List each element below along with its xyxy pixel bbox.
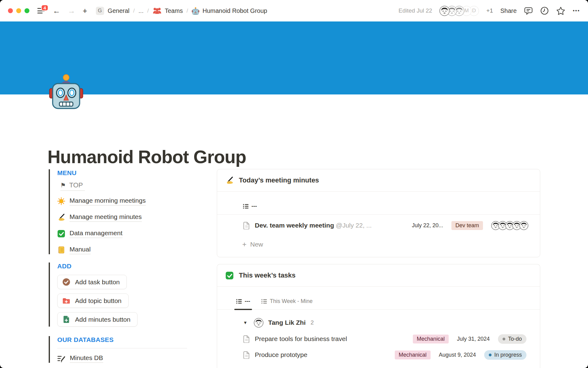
breadcrumb-teams[interactable]: Teams — [153, 7, 183, 15]
meeting-row[interactable]: Dev. team weekly meeting @July 22, ... J… — [217, 215, 540, 236]
list-view-icon — [236, 298, 242, 304]
share-button[interactable]: Share — [500, 7, 517, 14]
breadcrumb-separator: / — [133, 7, 135, 14]
menu-link-data-management[interactable]: Data management — [57, 229, 146, 238]
task-row[interactable]: Produce prototype Mechanical August 9, 2… — [217, 347, 540, 362]
ledger-icon — [57, 246, 65, 254]
flag-icon: ⚑ — [60, 182, 66, 189]
task-check-icon — [62, 278, 70, 286]
task-properties: Mechanical August 9, 2024 In progress — [395, 350, 526, 360]
menu-link-manual[interactable]: Manual — [57, 246, 146, 254]
sun-icon — [57, 197, 65, 205]
menu-links: Manage morning meetings Manage meeting m… — [57, 197, 146, 254]
group-task-count: 2 — [311, 319, 314, 326]
task-row[interactable]: Prepare tools for business travel Mechan… — [217, 331, 540, 347]
new-tab-icon[interactable]: + — [83, 7, 87, 15]
top-anchor-link[interactable]: ⚑ TOP — [60, 181, 85, 191]
favorite-star-icon[interactable] — [556, 6, 565, 15]
list-view-icon — [243, 203, 249, 209]
menu-link-morning-meetings[interactable]: Manage morning meetings — [57, 197, 146, 205]
edited-timestamp: Edited Jul 22 — [398, 7, 432, 14]
close-window-button[interactable] — [8, 8, 13, 13]
breadcrumb-general[interactable]: General — [108, 7, 130, 14]
view-tabs: --- — [217, 192, 540, 215]
plus-icon: + — [242, 240, 247, 249]
page-icon — [243, 221, 250, 229]
presence-avatars[interactable]: M D — [439, 6, 479, 16]
zoom-window-button[interactable] — [24, 8, 29, 13]
minimize-window-button[interactable] — [16, 8, 21, 13]
card-header: Today’s meeting minutes — [217, 169, 540, 192]
status-dot — [503, 338, 505, 340]
add-minutes-button[interactable]: Add minutes button — [57, 312, 138, 327]
assignee-group-row: ▼ Tang Lik Zhi 2 — [217, 314, 540, 331]
breadcrumb-collapsed[interactable]: ... — [138, 7, 144, 14]
add-heading: ADD — [57, 263, 138, 270]
breadcrumb-separator: / — [187, 7, 188, 14]
card-title: Today’s meeting minutes — [239, 176, 319, 184]
meeting-title: Dev. team weekly meeting @July 22, ... — [255, 222, 372, 229]
breadcrumb-current-page[interactable]: Humanoid Robot Group — [192, 7, 267, 15]
writing-hand-icon — [57, 213, 65, 221]
teams-people-icon — [153, 7, 162, 15]
minutes-db-link[interactable]: Minutes DB — [57, 354, 187, 363]
view-tab-all[interactable]: --- — [236, 298, 250, 305]
avatar — [439, 6, 450, 16]
add-topic-button[interactable]: Add topic button — [57, 293, 129, 308]
history-clock-icon[interactable] — [540, 6, 549, 15]
menu-heading: MENU — [57, 169, 146, 177]
databases-heading: OUR DATABASES — [57, 336, 187, 343]
collapse-triangle-icon[interactable]: ▼ — [243, 320, 247, 325]
view-tab-this-week-mine[interactable]: This Week - Mine — [261, 298, 313, 305]
status-badge: In progress — [484, 350, 526, 360]
category-tag: Mechanical — [413, 335, 449, 343]
due-date: August 9, 2024 — [439, 352, 476, 358]
check-icon — [57, 230, 65, 238]
menu-section: MENU ⚑ TOP Manage morning meetings — [49, 169, 146, 254]
task-title: Produce prototype — [255, 351, 307, 358]
titlebar: 4 ← → + G General / ... / — [0, 0, 588, 21]
back-icon[interactable]: ← — [53, 7, 60, 15]
meeting-minutes-card: Today’s meeting minutes --- Dev. team we… — [217, 169, 540, 257]
sidebar-toggle-icon[interactable]: 4 — [37, 7, 45, 14]
team-tag: Dev team — [451, 221, 483, 230]
nav-controls: 4 ← → + G General / ... / — [37, 0, 267, 21]
card-title: This week’s tasks — [239, 271, 296, 279]
tasks-card: This week’s tasks --- This Week - Mine ▼… — [217, 264, 540, 368]
compose-icon — [57, 355, 66, 363]
meeting-properties: July 22, 20... Dev team — [412, 221, 528, 230]
add-task-button[interactable]: Add task button — [57, 275, 127, 289]
new-meeting-button[interactable]: + New — [217, 236, 540, 253]
assignee-name: Tang Lik Zhi — [268, 319, 306, 326]
databases-section: OUR DATABASES Minutes DB — [49, 336, 187, 363]
breadcrumb-separator: / — [147, 7, 149, 14]
view-tabs: --- This Week - Mine — [217, 287, 540, 310]
avatar-overflow-count[interactable]: +1 — [486, 7, 493, 14]
category-tag: Mechanical — [395, 351, 431, 359]
more-options-icon[interactable]: ••• — [573, 8, 580, 14]
robot-icon — [192, 7, 199, 15]
workspace-chip[interactable]: G — [96, 7, 104, 15]
assignee-avatar — [254, 318, 263, 328]
status-dot — [489, 354, 492, 356]
menu-link-meeting-minutes[interactable]: Manage meeting minutes — [57, 213, 146, 222]
divider — [57, 348, 187, 348]
add-buttons: Add task button Add topic button — [57, 275, 138, 327]
view-tab-default[interactable]: --- — [243, 203, 257, 210]
notification-badge: 4 — [41, 5, 48, 11]
add-section: ADD Add task button Add topic button — [49, 263, 138, 327]
breadcrumb: G General / ... / Teams — [96, 7, 267, 15]
writing-hand-icon — [225, 176, 234, 185]
card-header: This week’s tasks — [217, 264, 540, 287]
page-title[interactable]: Humanoid Robot Group — [47, 147, 246, 167]
list-view-icon — [261, 298, 267, 304]
status-badge: To-do — [498, 334, 526, 344]
comments-icon[interactable] — [524, 6, 533, 15]
folder-plus-icon — [62, 297, 70, 305]
date-mention: @July 22, ... — [336, 222, 372, 229]
attendee-avatars — [491, 221, 528, 230]
task-title: Prepare tools for business travel — [255, 335, 347, 343]
forward-icon[interactable]: → — [68, 7, 75, 15]
page-icon — [243, 335, 250, 343]
page-robot-icon[interactable] — [48, 74, 84, 109]
